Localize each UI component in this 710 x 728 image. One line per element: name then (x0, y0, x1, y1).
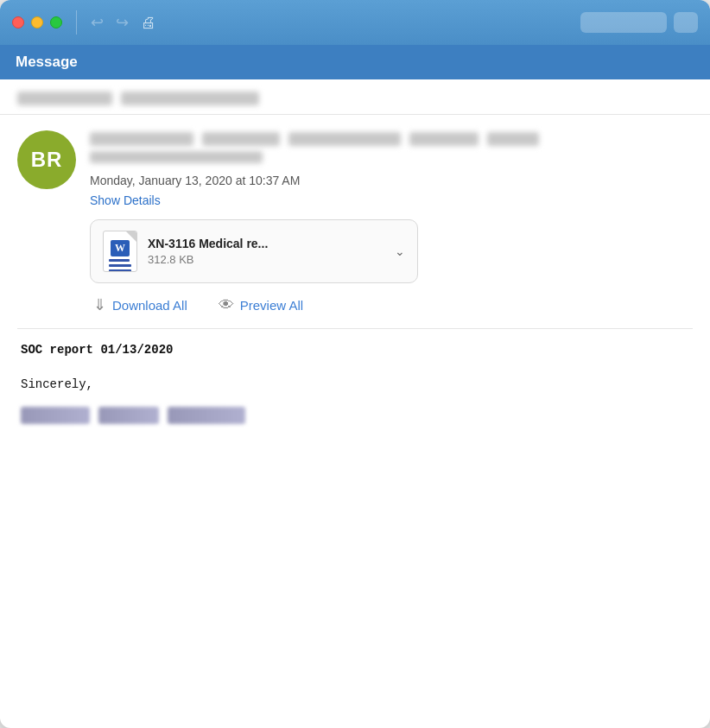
titlebar: ↩ ↪ 🖨 (0, 0, 710, 45)
sender-name-blurred-5 (487, 132, 539, 146)
minimize-button[interactable] (31, 16, 43, 28)
titlebar-right (580, 12, 698, 33)
sender-name-blurred-4 (409, 132, 479, 146)
preview-icon: 👁 (219, 296, 234, 314)
email-window: ↩ ↪ 🖨 Message BR (0, 0, 710, 728)
action-button[interactable] (674, 12, 698, 33)
sender-name-blurred-3 (288, 132, 401, 146)
attachment-details: XN-3116 Medical re... 312.8 KB (148, 237, 384, 266)
attachment-box[interactable]: W XN-3116 Medical re... 312.8 KB (90, 219, 418, 283)
email-header (0, 79, 710, 115)
word-line-2 (109, 264, 131, 267)
sig-block-3 (168, 407, 245, 424)
attachment-chevron-icon[interactable]: ⌄ (395, 244, 405, 258)
sender-info: Monday, January 13, 2020 at 10:37 AM Sho… (90, 130, 693, 314)
preview-all-button[interactable]: 👁 Preview All (219, 296, 303, 314)
attachment-size: 312.8 KB (148, 253, 384, 266)
sig-block-1 (21, 407, 90, 424)
maximize-button[interactable] (50, 16, 62, 28)
sender-name-row (90, 132, 693, 146)
close-button[interactable] (12, 16, 24, 28)
download-all-button[interactable]: ⇓ Download All (93, 295, 187, 314)
action-row: ⇓ Download All 👁 Preview All (90, 295, 693, 314)
word-icon: W (103, 231, 137, 272)
avatar: BR (17, 130, 76, 189)
redo-icon[interactable]: ↪ (116, 13, 129, 32)
email-body: BR Mond (0, 115, 710, 441)
sender-email-blurred (90, 151, 263, 163)
sender-name-blurred-2 (202, 132, 280, 146)
sender-name-blurred-1 (90, 132, 193, 146)
traffic-lights (12, 16, 62, 28)
email-content: BR Mond (0, 79, 710, 441)
attachment-name: XN-3116 Medical re... (148, 237, 384, 250)
undo-icon[interactable]: ↩ (91, 13, 104, 32)
show-details-link[interactable]: Show Details (90, 193, 161, 207)
timestamp: Monday, January 13, 2020 at 10:37 AM (90, 174, 693, 187)
avatar-initials: BR (31, 148, 63, 172)
sender-email-row (90, 151, 693, 167)
titlebar-divider (76, 10, 77, 35)
body-text-soc: SOC report 01/13/2020 (17, 343, 693, 357)
sig-block-2 (98, 407, 159, 424)
word-line-1 (109, 259, 130, 262)
word-icon-lines: W (105, 231, 135, 272)
print-icon[interactable]: 🖨 (141, 14, 156, 32)
preview-all-label: Preview All (240, 298, 303, 313)
body-text-sincerely: Sincerely, (17, 377, 693, 391)
search-box[interactable] (580, 12, 667, 33)
message-bar: Message (0, 45, 710, 79)
from-field-blurred (17, 92, 112, 105)
signature-blurred (17, 407, 693, 424)
download-all-label: Download All (112, 298, 187, 313)
word-icon-inner: W (103, 231, 137, 272)
message-bar-title: Message (16, 54, 78, 70)
content-divider (17, 328, 693, 329)
header-fields (17, 92, 693, 105)
download-icon: ⇓ (93, 295, 106, 314)
word-line-3 (109, 269, 131, 272)
sender-row: BR Mond (17, 130, 693, 314)
titlebar-icons: ↩ ↪ 🖨 (91, 13, 156, 32)
to-field-blurred (121, 92, 259, 105)
